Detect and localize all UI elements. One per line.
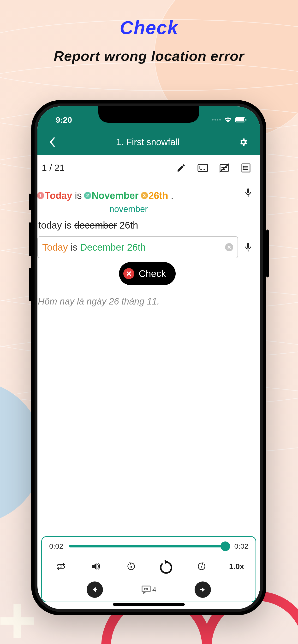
word-badge-2: 2 xyxy=(84,192,91,199)
replay-icon xyxy=(159,558,174,574)
status-icons xyxy=(212,117,247,123)
user-answer-line: today is december 26th xyxy=(37,218,257,233)
svg-rect-32 xyxy=(95,589,97,590)
content-area: 1Today is 2November 326th . november tod… xyxy=(37,181,260,308)
ref-word-2: is xyxy=(75,190,84,201)
check-button[interactable]: Check xyxy=(119,262,175,285)
svg-point-36 xyxy=(147,589,148,590)
answer-input[interactable]: Today is December 26th xyxy=(37,236,238,258)
svg-rect-1 xyxy=(236,118,244,122)
rewind-5-icon: 5 xyxy=(126,561,136,572)
clear-input-button[interactable] xyxy=(225,243,233,251)
input-word-1: Today xyxy=(42,242,68,252)
mic-button-sentence[interactable] xyxy=(241,188,255,198)
mic-icon xyxy=(244,188,252,198)
input-mode-button[interactable] xyxy=(192,160,214,176)
svg-rect-2 xyxy=(245,119,246,121)
next-sentence-button[interactable] xyxy=(195,582,211,598)
svg-point-15 xyxy=(243,166,244,166)
rewind-5-button[interactable]: 5 xyxy=(123,561,140,572)
svg-rect-38 xyxy=(200,589,202,590)
list-button[interactable] xyxy=(235,160,257,176)
svg-text:3: 3 xyxy=(60,565,62,568)
home-indicator xyxy=(113,603,185,606)
repeat-icon: 3 xyxy=(56,562,66,571)
pencil-icon xyxy=(176,163,186,173)
gear-icon xyxy=(238,137,248,147)
notch xyxy=(98,106,199,123)
repeat-button[interactable]: 3 xyxy=(53,562,69,571)
reference-sentence: 1Today is 2November 326th . xyxy=(37,186,257,204)
toolbar: 1 / 21 xyxy=(37,155,260,181)
audio-player: 0:02 0:02 3 5 5 xyxy=(41,536,256,602)
svg-marker-27 xyxy=(92,563,96,570)
progress-slider[interactable] xyxy=(69,545,228,548)
word-badge-3: 3 xyxy=(141,192,148,199)
x-icon xyxy=(227,245,231,249)
textbox-icon xyxy=(198,164,208,172)
time-current: 0:02 xyxy=(49,542,63,550)
ref-word-3: November xyxy=(92,190,139,201)
svg-text:5: 5 xyxy=(130,565,132,568)
phone-frame: 9:20 1. First snowfall 1 / 21 xyxy=(31,100,266,615)
slider-thumb-icon xyxy=(221,542,230,551)
input-word-3: December 26th xyxy=(80,242,146,252)
settings-button[interactable] xyxy=(236,137,250,147)
check-label: Check xyxy=(139,266,166,281)
svg-point-16 xyxy=(243,168,244,168)
speed-label: 1.0x xyxy=(229,562,244,571)
forward-5-icon: 5 xyxy=(197,561,206,572)
page-title: Check xyxy=(0,17,298,38)
edit-button[interactable] xyxy=(170,160,192,176)
replay-button[interactable] xyxy=(158,558,175,574)
svg-text:5: 5 xyxy=(201,565,202,568)
svg-rect-3 xyxy=(198,164,208,172)
page-counter: 1 / 21 xyxy=(41,163,65,173)
svg-point-17 xyxy=(243,170,244,170)
status-time: 9:20 xyxy=(56,115,72,124)
arrow-right-icon xyxy=(199,586,207,594)
time-total: 0:02 xyxy=(234,542,248,550)
arrow-left-icon xyxy=(91,586,99,594)
list-icon xyxy=(241,163,251,173)
subtitle-off-button[interactable] xyxy=(214,160,235,176)
svg-point-35 xyxy=(146,589,146,590)
page-subtitle: Report wrong location error xyxy=(0,48,298,64)
ref-word-5: . xyxy=(168,190,174,201)
svg-rect-22 xyxy=(247,243,249,248)
error-icon xyxy=(123,268,134,279)
word-badge-1: 1 xyxy=(37,192,44,199)
screen: 9:20 1. First snowfall 1 / 21 xyxy=(37,106,260,609)
mic-button-input[interactable] xyxy=(241,242,255,252)
chevron-left-icon xyxy=(49,137,56,147)
ref-word-4: 26th xyxy=(148,190,168,201)
svg-marker-29 xyxy=(165,560,168,564)
wrong-word: december xyxy=(74,220,117,230)
svg-rect-18 xyxy=(247,188,249,193)
battery-icon xyxy=(235,117,247,123)
lesson-title: 1. First snowfall xyxy=(60,137,236,147)
subtitle-off-icon xyxy=(219,163,230,173)
volume-button[interactable] xyxy=(88,562,104,571)
svg-point-34 xyxy=(144,589,145,590)
correction-word: november xyxy=(37,202,257,216)
speed-button[interactable]: 1.0x xyxy=(228,562,245,571)
volume-icon xyxy=(91,562,101,571)
comments-button[interactable]: 4 xyxy=(141,585,157,594)
back-button[interactable] xyxy=(45,137,60,147)
nav-bar: 1. First snowfall xyxy=(37,129,260,155)
prev-sentence-button[interactable] xyxy=(87,582,103,598)
comments-count: 4 xyxy=(152,586,157,594)
translation-text: Hôm nay là ngày 26 tháng 11. xyxy=(37,285,257,309)
ref-word-1: Today xyxy=(45,190,72,201)
comment-icon xyxy=(141,585,151,594)
wifi-icon xyxy=(224,117,232,123)
mic-icon xyxy=(244,242,252,252)
forward-5-button[interactable]: 5 xyxy=(193,561,210,572)
input-word-2: is xyxy=(68,242,80,252)
